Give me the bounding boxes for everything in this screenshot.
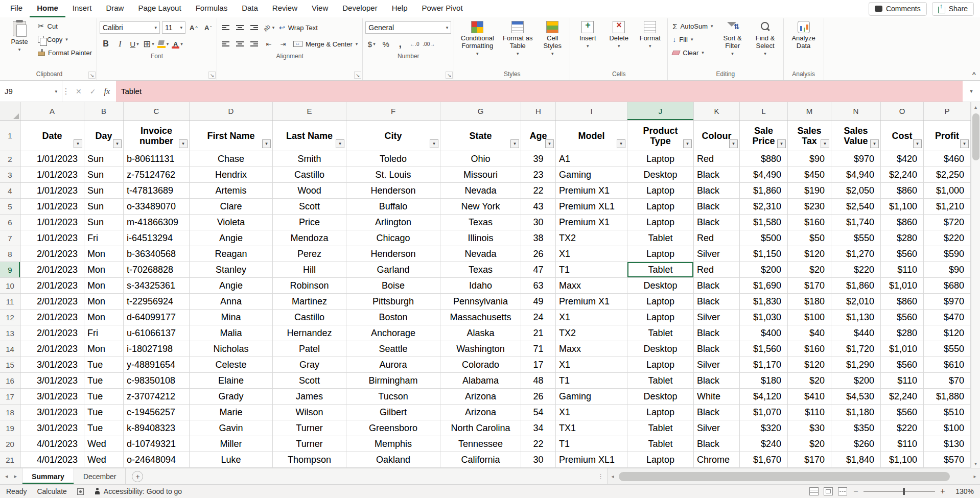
cell-D8[interactable]: Reagan — [190, 246, 273, 262]
cell-L11[interactable]: $1,830 — [740, 294, 788, 310]
decrease-indent-button[interactable] — [263, 38, 275, 50]
col-header-B[interactable]: B — [84, 102, 124, 120]
cell-K16[interactable]: Black — [694, 373, 740, 389]
cell-I16[interactable]: T1 — [556, 373, 627, 389]
cell-G17[interactable]: Arizona — [440, 389, 521, 405]
row-header-9[interactable]: 9 — [0, 262, 20, 278]
cell-J8[interactable]: Laptop — [627, 246, 694, 262]
cell-J7[interactable]: Tablet — [627, 230, 694, 246]
cell-K6[interactable]: Black — [694, 215, 740, 230]
cell-I21[interactable]: Premium XL1 — [556, 452, 627, 468]
cell-L15[interactable]: $1,170 — [740, 357, 788, 373]
cell-A2[interactable]: 1/01/2023 — [20, 151, 84, 167]
cell-G19[interactable]: North Carolina — [440, 420, 521, 436]
cell-F16[interactable]: Birmingham — [346, 373, 440, 389]
macro-record-icon[interactable] — [77, 488, 84, 495]
cell-O17[interactable]: $2,240 — [881, 389, 924, 405]
cell-L17[interactable]: $4,120 — [740, 389, 788, 405]
comments-button[interactable]: Comments — [869, 2, 927, 16]
clear-button[interactable]: Clear▾ — [670, 46, 715, 59]
cell-H15[interactable]: 17 — [521, 357, 556, 373]
header-cell-G1[interactable]: State▾ — [440, 121, 521, 151]
cell-E5[interactable]: Scott — [273, 199, 346, 215]
cell-N7[interactable]: $550 — [831, 230, 881, 246]
cell-H17[interactable]: 26 — [521, 389, 556, 405]
cell-D7[interactable]: Angie — [190, 230, 273, 246]
cell-I13[interactable]: TX2 — [556, 325, 627, 341]
cell-J6[interactable]: Laptop — [627, 215, 694, 230]
cell-P9[interactable]: $90 — [924, 262, 971, 278]
cell-I19[interactable]: TX1 — [556, 420, 627, 436]
cell-K13[interactable]: Black — [694, 325, 740, 341]
filter-button[interactable]: ▾ — [430, 139, 438, 148]
cell-G9[interactable]: Texas — [440, 262, 521, 278]
cell-B5[interactable]: Sun — [84, 199, 124, 215]
cell-B4[interactable]: Sun — [84, 183, 124, 199]
cell-M20[interactable]: $20 — [788, 436, 831, 452]
expand-formula-bar-button[interactable]: ▾ — [963, 81, 980, 102]
cell-I8[interactable]: X1 — [556, 246, 627, 262]
normal-view-button[interactable] — [809, 487, 819, 495]
cell-M5[interactable]: $230 — [788, 199, 831, 215]
cell-P21[interactable]: $570 — [924, 452, 971, 468]
cell-E4[interactable]: Wood — [273, 183, 346, 199]
col-header-A[interactable]: A — [20, 102, 84, 120]
align-top-button[interactable] — [220, 21, 232, 34]
cell-N12[interactable]: $1,130 — [831, 310, 881, 325]
cell-B11[interactable]: Mon — [84, 294, 124, 310]
confirm-entry-button[interactable] — [90, 87, 96, 96]
sort-filter-button[interactable]: Sort & Filter▾ — [717, 19, 749, 68]
sheet-nav-right-arrow[interactable]: ▸ — [14, 473, 17, 480]
cell-G13[interactable]: Alaska — [440, 325, 521, 341]
cell-A18[interactable]: 3/01/2023 — [20, 405, 84, 420]
cell-P15[interactable]: $610 — [924, 357, 971, 373]
col-header-J[interactable]: J — [627, 102, 694, 120]
sheet-tab-summary[interactable]: Summary — [22, 468, 74, 484]
align-center-button[interactable] — [234, 38, 246, 50]
filter-button[interactable]: ▾ — [870, 139, 879, 148]
tab-file[interactable]: File — [3, 0, 30, 17]
cell-M4[interactable]: $190 — [788, 183, 831, 199]
header-cell-I1[interactable]: Model▾ — [556, 121, 627, 151]
cell-O13[interactable]: $280 — [881, 325, 924, 341]
filter-button[interactable]: ▾ — [683, 139, 692, 148]
row-header-11[interactable]: 11 — [0, 294, 20, 310]
cell-F21[interactable]: Oakland — [346, 452, 440, 468]
cell-E20[interactable]: Turner — [273, 436, 346, 452]
row-header-4[interactable]: 4 — [0, 183, 20, 199]
cell-P10[interactable]: $680 — [924, 278, 971, 294]
cell-D16[interactable]: Elaine — [190, 373, 273, 389]
cell-C14[interactable]: i-18027198 — [124, 341, 190, 357]
header-cell-D1[interactable]: First Name▾ — [190, 121, 273, 151]
cell-O19[interactable]: $220 — [881, 420, 924, 436]
row-header-20[interactable]: 20 — [0, 436, 20, 452]
cell-H5[interactable]: 43 — [521, 199, 556, 215]
cell-H3[interactable]: 23 — [521, 167, 556, 183]
cell-O10[interactable]: $1,010 — [881, 278, 924, 294]
cell-A4[interactable]: 1/01/2023 — [20, 183, 84, 199]
cell-N3[interactable]: $4,940 — [831, 167, 881, 183]
cell-K11[interactable]: Black — [694, 294, 740, 310]
row-header-5[interactable]: 5 — [0, 199, 20, 215]
cell-L9[interactable]: $200 — [740, 262, 788, 278]
cell-I4[interactable]: Premium X1 — [556, 183, 627, 199]
cell-G11[interactable]: Pennsylvania — [440, 294, 521, 310]
cell-B8[interactable]: Mon — [84, 246, 124, 262]
cell-C13[interactable]: u-61066137 — [124, 325, 190, 341]
cell-K14[interactable]: Black — [694, 341, 740, 357]
cell-M18[interactable]: $110 — [788, 405, 831, 420]
cell-I14[interactable]: Maxx — [556, 341, 627, 357]
cell-F8[interactable]: Henderson — [346, 246, 440, 262]
cell-N8[interactable]: $1,270 — [831, 246, 881, 262]
cell-D5[interactable]: Clare — [190, 199, 273, 215]
cell-L21[interactable]: $1,670 — [740, 452, 788, 468]
cell-D9[interactable]: Stanley — [190, 262, 273, 278]
tab-draw[interactable]: Draw — [99, 0, 131, 17]
cell-O3[interactable]: $2,240 — [881, 167, 924, 183]
cell-M3[interactable]: $450 — [788, 167, 831, 183]
row-header-19[interactable]: 19 — [0, 420, 20, 436]
number-dialog-launcher[interactable]: ↘ — [446, 72, 453, 79]
cell-D4[interactable]: Artemis — [190, 183, 273, 199]
cell-N4[interactable]: $2,050 — [831, 183, 881, 199]
row-header-8[interactable]: 8 — [0, 246, 20, 262]
